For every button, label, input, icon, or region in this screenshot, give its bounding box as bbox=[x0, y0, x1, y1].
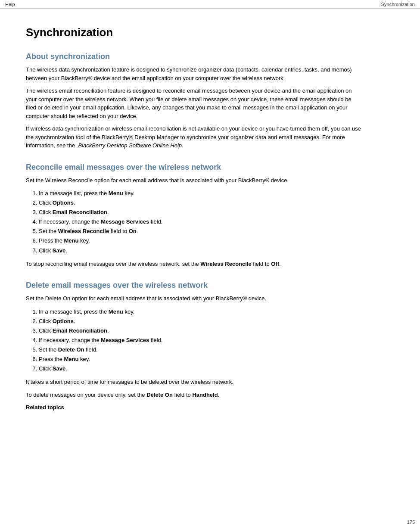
reconcile-step-3: Click Email Reconciliation. bbox=[39, 208, 362, 217]
delete-outro-2-bold1: Delete On bbox=[146, 392, 173, 398]
about-paragraph-1: The wireless data synchronization featur… bbox=[26, 65, 362, 82]
section-heading-about: About synchronization bbox=[26, 52, 362, 61]
delete-steps-list: In a message list, press the Menu key. C… bbox=[39, 307, 362, 374]
reconcile-step-7: Click Save. bbox=[39, 246, 362, 255]
reconcile-step-5: Set the Wireless Reconcile field to On. bbox=[39, 227, 362, 236]
delete-intro: Set the Delete On option for each email … bbox=[26, 294, 362, 303]
reconcile-step-6: Press the Menu key. bbox=[39, 236, 362, 246]
reconcile-outro-bold2: Off bbox=[271, 261, 279, 267]
reconcile-step-3-bold: Email Reconciliation bbox=[53, 209, 107, 215]
delete-step-6-bold: Menu bbox=[64, 356, 79, 362]
reconcile-step-4: If necessary, change the Message Service… bbox=[39, 217, 362, 227]
reconcile-step-5-bold2: On bbox=[129, 228, 137, 234]
delete-step-7-bold: Save bbox=[53, 365, 65, 372]
reconcile-step-2: Click Options. bbox=[39, 198, 362, 208]
reconcile-section: Reconcile email messages over the wirele… bbox=[26, 163, 362, 268]
reconcile-step-2-bold: Options bbox=[53, 199, 74, 206]
reconcile-step-4-bold: Message Services bbox=[101, 218, 149, 225]
main-content: Synchronization About synchronization Th… bbox=[0, 9, 388, 433]
delete-step-6: Press the Menu key. bbox=[39, 355, 362, 364]
delete-step-5: Set the Delete On field. bbox=[39, 345, 362, 355]
delete-step-3-bold: Email Reconciliation bbox=[53, 327, 107, 334]
delete-outro-2-bold2: Handheld bbox=[192, 392, 218, 398]
delete-step-4-bold: Message Services bbox=[101, 337, 149, 343]
delete-step-5-bold: Delete On bbox=[58, 346, 84, 353]
page-title: Synchronization bbox=[26, 26, 362, 39]
reconcile-intro: Set the Wireless Reconcile option for ea… bbox=[26, 176, 362, 185]
header-left-label: Help bbox=[5, 2, 15, 7]
related-topics-label: Related topics bbox=[26, 403, 362, 412]
delete-step-3: Click Email Reconciliation. bbox=[39, 326, 362, 336]
reconcile-step-7-bold: Save bbox=[53, 247, 65, 254]
delete-section: Delete email messages over the wireless … bbox=[26, 281, 362, 412]
delete-step-2: Click Options. bbox=[39, 317, 362, 326]
delete-step-7: Click Save. bbox=[39, 364, 362, 373]
delete-outro-1: It takes a short period of time for mess… bbox=[26, 378, 362, 386]
delete-step-2-bold: Options bbox=[53, 318, 74, 324]
reconcile-outro-bold1: Wireless Reconcile bbox=[200, 261, 251, 267]
reconcile-outro: To stop reconciling email messages over … bbox=[26, 260, 362, 268]
reconcile-step-1-bold: Menu bbox=[109, 190, 123, 196]
section-heading-reconcile: Reconcile email messages over the wirele… bbox=[26, 163, 362, 172]
delete-outro-2: To delete messages on your device only, … bbox=[26, 391, 362, 399]
delete-step-1: In a message list, press the Menu key. bbox=[39, 307, 362, 317]
reconcile-step-6-bold: Menu bbox=[64, 237, 79, 244]
reconcile-step-5-bold1: Wireless Reconcile bbox=[58, 228, 109, 234]
footer-page-number: 175 bbox=[407, 520, 415, 525]
header-bar: Help Synchronization bbox=[0, 0, 420, 9]
header-right-label: Synchronization bbox=[381, 2, 415, 7]
delete-step-1-bold: Menu bbox=[109, 308, 123, 315]
blackberry-desktop-ref: BlackBerry Desktop Software Online Help. bbox=[78, 142, 183, 149]
reconcile-steps-list: In a message list, press the Menu key. C… bbox=[39, 189, 362, 255]
section-heading-delete: Delete email messages over the wireless … bbox=[26, 281, 362, 290]
delete-step-4: If necessary, change the Message Service… bbox=[39, 336, 362, 345]
about-paragraph-3: If wireless data synchronization or wire… bbox=[26, 124, 362, 150]
about-paragraph-2: The wireless email reconciliation featur… bbox=[26, 87, 362, 120]
reconcile-step-1: In a message list, press the Menu key. bbox=[39, 189, 362, 198]
